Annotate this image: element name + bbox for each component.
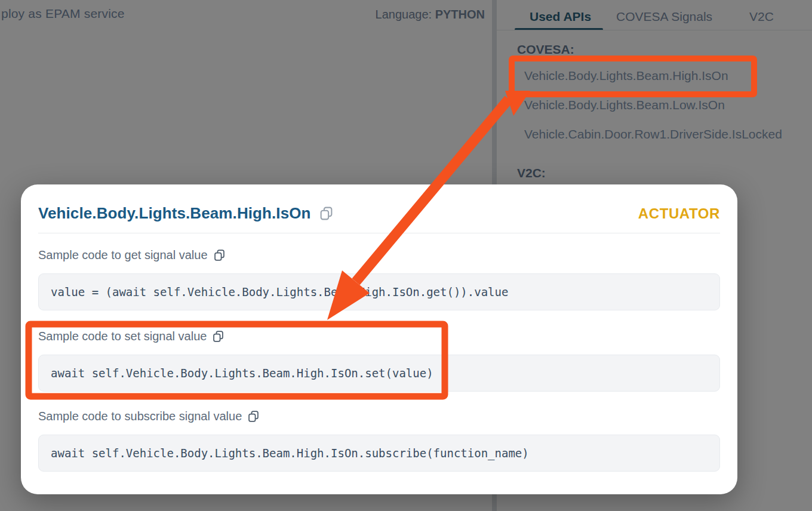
tab-v2c: V2C bbox=[749, 10, 774, 24]
copy-get-code-button[interactable] bbox=[213, 249, 226, 261]
set-code-block: await self.Vehicle.Body.Lights.Beam.High… bbox=[38, 355, 720, 392]
signal-item-beam-high: Vehicle.Body.Lights.Beam.High.IsOn bbox=[524, 69, 728, 83]
covesa-heading: COVESA: bbox=[517, 42, 574, 57]
signal-type-badge: ACTUATOR bbox=[638, 205, 720, 222]
language-label: Language: bbox=[376, 8, 432, 21]
v2c-heading: V2C: bbox=[517, 166, 546, 180]
language-value: PYTHON bbox=[435, 8, 485, 21]
copy-signal-name-button[interactable] bbox=[319, 206, 334, 221]
tab-covesa-signals: COVESA Signals bbox=[616, 10, 712, 24]
subscribe-section-label-row: Sample code to subscribe signal value bbox=[38, 409, 720, 423]
get-section-label-row: Sample code to get signal value bbox=[38, 248, 720, 262]
modal-title-row: Vehicle.Body.Lights.Beam.High.IsOn ACTUA… bbox=[38, 184, 720, 223]
get-code-block: value = (await self.Vehicle.Body.Lights.… bbox=[38, 273, 720, 310]
tab-used-apis: Used APIs bbox=[530, 10, 591, 24]
signal-item-door-locked: Vehicle.Cabin.Door.Row1.DriverSide.IsLoc… bbox=[524, 127, 782, 141]
subscribe-code-block: await self.Vehicle.Body.Lights.Beam.High… bbox=[38, 435, 720, 472]
modal-title-rule bbox=[38, 233, 720, 233]
set-section-label: Sample code to set signal value bbox=[38, 330, 207, 343]
deploy-service-label: ploy as EPAM service bbox=[1, 7, 125, 21]
copy-subscribe-code-button[interactable] bbox=[247, 410, 260, 423]
copy-set-code-button[interactable] bbox=[212, 330, 224, 343]
signal-detail-modal: Vehicle.Body.Lights.Beam.High.IsOn ACTUA… bbox=[21, 184, 737, 494]
signal-item-beam-low: Vehicle.Body.Lights.Beam.Low.IsOn bbox=[524, 98, 725, 112]
modal-title: Vehicle.Body.Lights.Beam.High.IsOn bbox=[38, 204, 311, 223]
language-indicator: Language: PYTHON bbox=[334, 8, 485, 21]
set-section-label-row: Sample code to set signal value bbox=[38, 329, 720, 343]
tabs-bottom-rule bbox=[497, 30, 812, 30]
get-section-label: Sample code to get signal value bbox=[38, 248, 208, 262]
subscribe-section-label: Sample code to subscribe signal value bbox=[38, 410, 242, 423]
